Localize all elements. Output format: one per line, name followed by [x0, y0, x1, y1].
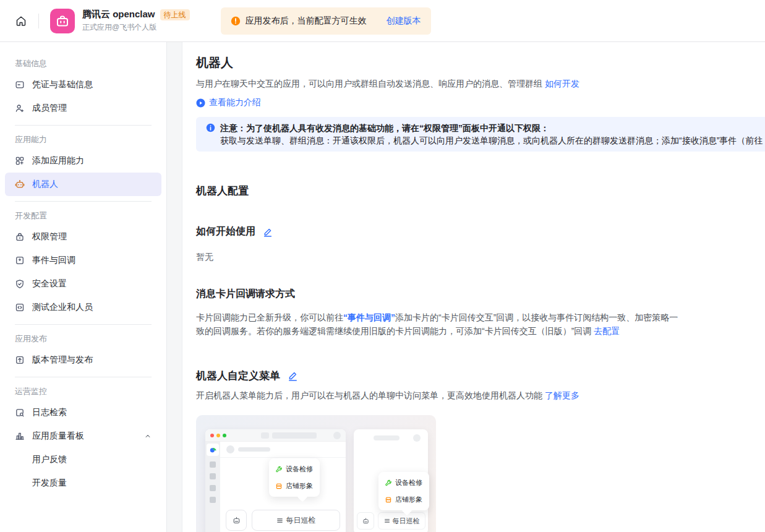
sidebar-divider — [15, 201, 152, 202]
sidebar-item-permissions[interactable]: 权限管理 — [5, 225, 161, 249]
warning-icon — [231, 16, 241, 26]
edit-icon[interactable] — [288, 371, 298, 381]
home-icon[interactable] — [10, 10, 32, 32]
robot-icon — [362, 517, 370, 525]
sidebar-item-add-capability[interactable]: 添加应用能力 — [5, 149, 161, 173]
sidebar-item-label: 机器人 — [32, 179, 58, 190]
header-divider — [38, 14, 39, 28]
sidebar-section-capabilities: 应用能力 — [15, 134, 152, 145]
callback-text-1: 卡片回调能力已全新升级，你可以前往 — [196, 312, 343, 322]
publish-warning-banner: 应用发布后，当前配置方可生效 创建版本 — [221, 7, 431, 35]
sidebar-item-label: 安全设置 — [32, 278, 67, 290]
main-content: 机器人 与用户在聊天中交互的应用，可以向用户或群组自动发送消息、响应用户的消息、… — [182, 42, 765, 532]
traffic-light-yellow — [216, 434, 220, 437]
sidebar: 基础信息 凭证与基础信息 添加应用能力 成员管理 应用能力 添加应用能力 — [0, 42, 167, 532]
chevron-up-icon — [144, 432, 152, 440]
sidebar-section-monitoring: 运营监控 — [15, 386, 152, 397]
how-to-start-value: 暂无 — [196, 252, 765, 263]
sidebar-item-test-company[interactable]: 测试企业和人员 — [5, 296, 161, 319]
sidebar-item-user-feedback[interactable]: 用户反馈 — [0, 448, 166, 471]
placeholder — [413, 434, 421, 442]
custom-menu-title: 机器人自定义菜单 — [196, 369, 280, 383]
capability-intro-link[interactable]: 查看能力介绍 — [209, 97, 261, 108]
sidebar-item-label: 添加应用能力 — [32, 155, 84, 166]
id-card-icon — [15, 80, 25, 90]
sidebar-section-basic-info: 基础信息 — [15, 58, 152, 69]
bot-menu-preview-image: 每日巡检 设备检修 — [196, 415, 436, 532]
page-description: 与用户在聊天中交互的应用，可以向用户或群组自动发送消息、响应用户的消息、管理群组… — [196, 77, 765, 90]
daily-inspection-input: 每日巡检 — [378, 512, 425, 530]
placeholder — [210, 461, 216, 468]
menu-desc-text: 开启机器人菜单能力后，用户可以在与机器人的单聊中访问菜单，更高效地使用机器人功能 — [196, 390, 545, 400]
learn-more-link[interactable]: 了解更多 — [545, 390, 579, 400]
robot-icon — [15, 179, 25, 189]
sidebar-divider — [15, 377, 152, 377]
sidebar-item-label: 凭证与基础信息 — [32, 79, 93, 90]
feishu-logo-icon — [207, 444, 219, 456]
hamburger-icon — [384, 518, 390, 524]
sidebar-item-label: 版本管理与发布 — [32, 354, 93, 366]
notice-line1: 注意：为了使机器人具有收发消息的基础功能，请在“权限管理”面板中开通以下权限： — [220, 122, 763, 134]
go-configure-link[interactable]: 去配置 — [594, 326, 620, 336]
placeholder — [210, 473, 216, 479]
bot-menu-popup: 设备检修 店铺形象 — [269, 458, 320, 497]
sidebar-gutter — [167, 42, 182, 532]
events-callback-link[interactable]: “事件与回调” — [343, 312, 395, 322]
how-to-start-title: 如何开始使用 — [196, 225, 255, 238]
top-header: 腾讯云 openclaw 待上线 正式应用@飞书个人版 应用发布后，当前配置方可… — [0, 0, 765, 42]
menu-item-label: 店铺形象 — [395, 495, 422, 504]
app-name: 腾讯云 openclaw — [82, 9, 155, 20]
sidebar-item-events[interactable]: 事件与回调 — [5, 249, 161, 272]
sidebar-section-release: 应用发布 — [15, 333, 152, 345]
hamburger-icon — [276, 517, 283, 524]
sidebar-item-dev-quality[interactable]: 开发质量 — [0, 471, 166, 495]
grid-add-icon — [15, 156, 25, 166]
robot-button — [226, 510, 247, 531]
sidebar-divider — [15, 324, 152, 325]
sidebar-item-log-search[interactable]: 日志检索 — [5, 401, 161, 424]
info-icon — [206, 123, 215, 132]
sidebar-section-dev-config: 开发配置 — [15, 210, 152, 221]
placeholder — [261, 432, 269, 439]
notice-line2: 获取与发送单聊、群组消息：开通该权限后，机器人可以向用户发送单聊消息，或向机器人… — [220, 134, 763, 147]
input-label: 每日巡检 — [286, 515, 316, 526]
sidebar-item-credentials[interactable]: 凭证与基础信息 — [5, 73, 161, 97]
status-badge: 待上线 — [160, 9, 190, 20]
code-icon — [15, 302, 25, 312]
sidebar-item-label: 开发质量 — [32, 478, 67, 489]
sidebar-item-label: 权限管理 — [32, 231, 67, 242]
edit-icon[interactable] — [263, 227, 273, 237]
sidebar-item-quality-dashboard[interactable]: 应用质量看板 — [5, 424, 161, 448]
custom-menu-description: 开启机器人菜单能力后，用户可以在与机器人的单聊中访问菜单，更高效地使用机器人功能… — [196, 390, 765, 401]
bot-config-title: 机器人配置 — [196, 184, 765, 198]
create-version-link[interactable]: 创建版本 — [387, 15, 421, 27]
publish-icon — [15, 355, 25, 365]
placeholder — [210, 485, 216, 491]
sidebar-item-label: 事件与回调 — [32, 255, 75, 266]
sidebar-item-label: 成员管理 — [32, 103, 67, 114]
permission-notice: 注意：为了使机器人具有收发消息的基础功能，请在“权限管理”面板中开通以下权限： … — [196, 117, 765, 152]
placeholder — [374, 435, 400, 440]
avatar — [226, 445, 234, 453]
toolbox-icon — [55, 14, 70, 28]
description-text: 与用户在聊天中交互的应用，可以向用户或群组自动发送消息、响应用户的消息、管理群组 — [196, 79, 542, 88]
card-callback-description: 卡片回调能力已全新升级，你可以前往“事件与回调”添加卡片的“卡片回传交互”回调，… — [196, 311, 685, 338]
how-to-develop-link[interactable]: 如何开发 — [545, 79, 579, 88]
wrench-icon — [275, 466, 283, 473]
bar-chart-icon — [15, 431, 25, 441]
menu-item-label: 设备检修 — [286, 465, 313, 474]
storefront-icon — [385, 496, 392, 504]
sidebar-item-security[interactable]: 安全设置 — [5, 272, 161, 296]
sidebar-item-version-release[interactable]: 版本管理与发布 — [5, 348, 161, 372]
user-add-icon — [15, 103, 25, 113]
event-callback-icon — [15, 255, 25, 265]
traffic-light-green — [223, 434, 226, 437]
page-title: 机器人 — [196, 54, 765, 71]
daily-inspection-input: 每日巡检 — [252, 510, 340, 531]
robot-icon — [232, 516, 241, 525]
sidebar-item-members[interactable]: 添加应用能力 成员管理 — [5, 97, 161, 120]
wrench-icon — [385, 479, 392, 487]
app-logo — [50, 9, 75, 33]
play-circle-icon[interactable] — [196, 98, 205, 108]
sidebar-item-bot[interactable]: 机器人 — [5, 173, 161, 196]
